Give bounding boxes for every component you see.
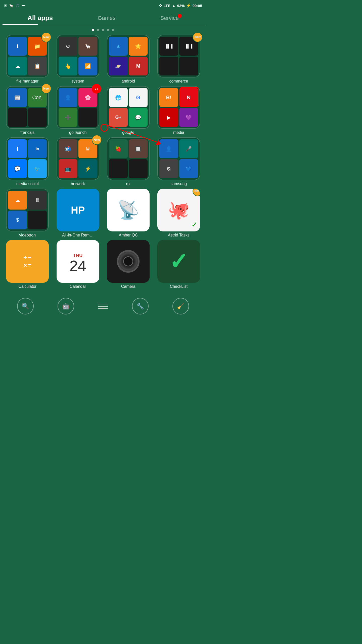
amber-qc-icon: 📡 bbox=[117, 200, 139, 220]
mini-icon-drive: ▲ bbox=[109, 37, 128, 56]
app-item-android[interactable]: ▲ ⭐ 🪐 M android bbox=[104, 35, 152, 84]
mini-icon-gplus: G+ bbox=[109, 108, 128, 127]
mini-icon-news: 📰 bbox=[8, 88, 27, 107]
nav-android-button[interactable]: 🤖 bbox=[58, 298, 74, 314]
mini-icon-barcode1: ▐▌▐ bbox=[159, 37, 178, 56]
tab-games[interactable]: Games bbox=[93, 12, 120, 24]
app-label-camera: Camera bbox=[121, 284, 135, 289]
mini-icon-rpi1: 🍓 bbox=[109, 139, 128, 158]
mini-icon-ev: ⚡ bbox=[78, 159, 97, 178]
app-item-network[interactable]: New 📬 🖥 📺 ⚡ network bbox=[54, 137, 102, 186]
bottom-navigation: 🔍 🤖 🔧 🧹 bbox=[0, 294, 206, 318]
page-dot-2[interactable] bbox=[97, 29, 99, 31]
nav-search-button[interactable]: 🔍 bbox=[17, 298, 34, 314]
icon-calculator: + − × = bbox=[6, 240, 49, 283]
mini-icon-twitch: 💜 bbox=[179, 108, 198, 127]
mini-icon-plus: ➕ bbox=[59, 108, 77, 127]
page-dot-4[interactable] bbox=[107, 29, 109, 31]
mini-icon-cloud: ☁ bbox=[8, 57, 27, 75]
icon-camera bbox=[107, 240, 150, 283]
tab-all-apps[interactable]: All apps bbox=[22, 11, 58, 25]
mini-icon-contacts: 👤 bbox=[59, 88, 77, 107]
app-label-francais: francais bbox=[20, 130, 34, 135]
astrid-check: ✓ bbox=[191, 220, 198, 229]
nav-tools-button[interactable]: 🔧 bbox=[132, 298, 149, 314]
mini-icon-llama: 🦙 bbox=[78, 37, 97, 56]
app-grid-container: New ⬇ 📁 ☁ 📋 file manager ⚙ 🦙 👆 📶 system bbox=[0, 35, 206, 289]
header-tabs: All apps Games Service bbox=[0, 11, 206, 25]
folder-icon-network: New 📬 🖥 📺 ⚡ bbox=[57, 137, 99, 180]
app-label-network: network bbox=[71, 182, 85, 186]
calc-grid: + − × = bbox=[19, 250, 35, 273]
calc-divide: = bbox=[28, 262, 31, 269]
mini-icon-netbox: 📬 bbox=[59, 139, 77, 158]
app-item-videotron[interactable]: ☁ 🖥 $ videotron bbox=[4, 189, 52, 237]
status-bar: ✉ 🦙 🎵 ••• ⊹ LTE ▲ 93% ⚡ 09:05 bbox=[0, 0, 206, 11]
app-item-commerce[interactable]: New ▐▌▐ ▐▌▐ commerce bbox=[155, 35, 203, 84]
time-display: 09:05 bbox=[193, 4, 202, 8]
app-label-checklist: CheckList bbox=[170, 284, 188, 289]
icon-astrid-tasks: New 🐙 ✓ bbox=[157, 189, 200, 231]
app-label-system: system bbox=[71, 79, 84, 84]
page-dot-1[interactable] bbox=[92, 29, 94, 31]
music-icon: 🎵 bbox=[15, 4, 20, 8]
app-item-file-manager[interactable]: New ⬇ 📁 ☁ 📋 file manager bbox=[4, 35, 52, 84]
calc-minus: − bbox=[28, 254, 31, 261]
app-item-system[interactable]: ⚙ 🦙 👆 📶 system bbox=[54, 35, 102, 84]
mini-icon-planet: 🪐 bbox=[109, 57, 128, 75]
app-item-checklist[interactable]: ✓ CheckList bbox=[155, 240, 203, 289]
calc-plus: + bbox=[23, 254, 27, 261]
folder-icon-media-social: f in 💬 🐦 bbox=[6, 137, 49, 180]
mini-icon-facebook: f bbox=[8, 139, 27, 158]
folder-icon-android: ▲ ⭐ 🪐 M bbox=[107, 35, 150, 77]
mini-icon-chrome: 🌐 bbox=[109, 88, 128, 107]
app-item-samsung[interactable]: 👤 🎤 ⚙ 💙 samsung bbox=[155, 137, 203, 186]
app-item-camera[interactable]: Camera bbox=[104, 240, 152, 289]
nav-clean-button[interactable]: 🧹 bbox=[172, 298, 189, 314]
app-item-media[interactable]: B! N ▶ 💜 media bbox=[155, 86, 203, 135]
status-right: ⊹ LTE ▲ 93% ⚡ 09:05 bbox=[159, 3, 202, 8]
page-dot-3[interactable] bbox=[102, 29, 104, 31]
app-label-amber-qc: Amber QC bbox=[119, 233, 138, 237]
tab-service-wrapper: Service bbox=[155, 12, 184, 24]
mini-icon-empty2 bbox=[179, 57, 198, 75]
icon-amber-qc: 📡 bbox=[107, 189, 150, 231]
app-item-google[interactable]: 🌐 G G+ 💬 google bbox=[104, 86, 152, 135]
app-screen: ✉ 🦙 🎵 ••• ⊹ LTE ▲ 93% ⚡ 09:05 All apps G… bbox=[0, 0, 206, 318]
mini-icon-samsung4: 💙 bbox=[179, 159, 198, 178]
mini-icon-messenger: 💬 bbox=[8, 159, 27, 178]
app-label-go-launch: go launch bbox=[69, 130, 86, 135]
status-left: ✉ 🦙 🎵 ••• bbox=[4, 4, 25, 8]
app-item-astrid-tasks[interactable]: New 🐙 ✓ Astrid Tasks bbox=[155, 189, 203, 237]
app-item-rpi[interactable]: 🍓 🔲 rpi bbox=[104, 137, 152, 186]
wrench-icon: 🔧 bbox=[137, 303, 144, 310]
calendar-day-number: 24 bbox=[69, 258, 86, 273]
app-item-all-in-one[interactable]: HP All-in-One Rem… bbox=[54, 189, 102, 237]
new-badge-astrid: New bbox=[193, 189, 200, 196]
tab-service[interactable]: Service bbox=[155, 12, 184, 24]
app-label-rpi: rpi bbox=[126, 182, 130, 186]
lte-icon: LTE bbox=[164, 4, 170, 8]
app-item-calendar[interactable]: THU 24 Calendar bbox=[54, 240, 102, 289]
astrid-emoji: 🐙 bbox=[168, 200, 190, 220]
android-icon: 🤖 bbox=[62, 303, 70, 310]
folder-icon-go-launch: 77 👤 🌸 ➕ bbox=[57, 86, 99, 129]
mini-icon-go bbox=[78, 108, 97, 127]
mail-icon: ✉ bbox=[4, 4, 7, 8]
app-label-calculator: Calculator bbox=[18, 284, 36, 289]
hp-logo: HP bbox=[71, 205, 85, 216]
app-grid: New ⬇ 📁 ☁ 📋 file manager ⚙ 🦙 👆 📶 system bbox=[0, 35, 206, 289]
app-item-francais[interactable]: New 📰 Conj francais bbox=[4, 86, 52, 135]
menu-line-3 bbox=[98, 308, 108, 309]
mini-icon-vtron2: 🖥 bbox=[28, 191, 47, 210]
checklist-checkmark: ✓ bbox=[169, 248, 188, 275]
app-item-go-launch[interactable]: 77 👤 🌸 ➕ go launch bbox=[54, 86, 102, 135]
app-item-calculator[interactable]: + − × = Calculator bbox=[4, 240, 52, 289]
new-badge-network: New bbox=[92, 135, 102, 145]
page-dot-5[interactable] bbox=[112, 29, 114, 31]
mini-icon-vtron3: $ bbox=[8, 211, 27, 229]
charging-icon: ⚡ bbox=[186, 3, 191, 8]
app-item-amber-qc[interactable]: 📡 Amber QC bbox=[104, 189, 152, 237]
app-item-media-social[interactable]: f in 💬 🐦 media social bbox=[4, 137, 52, 186]
icon-all-in-one: HP bbox=[57, 189, 99, 231]
